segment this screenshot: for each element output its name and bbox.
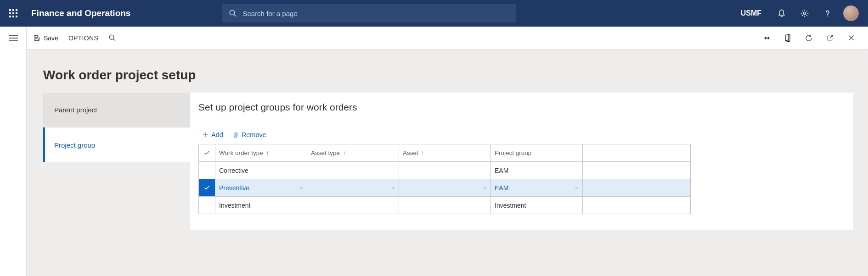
row-checkbox[interactable] (199, 162, 215, 179)
cell-project-group[interactable]: Investment (491, 197, 583, 214)
app-launcher-button[interactable] (0, 0, 27, 27)
svg-rect-5 (16, 12, 17, 14)
add-label: Add (211, 131, 223, 138)
connector-button[interactable] (756, 32, 777, 44)
close-button[interactable] (840, 32, 862, 44)
settings-button[interactable] (794, 0, 816, 27)
col-label: Asset type (311, 149, 340, 156)
svg-rect-2 (16, 9, 17, 11)
svg-rect-1 (12, 9, 14, 11)
col-spacer (583, 144, 690, 162)
select-all-checkbox[interactable] (199, 144, 215, 162)
gear-icon (800, 9, 809, 18)
save-button[interactable]: Save (33, 34, 58, 42)
cell-work-order-type[interactable]: Investment (215, 197, 307, 214)
col-label: Work order type (219, 149, 263, 156)
nav-toggle-button[interactable] (0, 27, 27, 50)
options-button[interactable]: OPTIONS (68, 34, 98, 42)
hamburger-icon (9, 35, 18, 41)
table-row[interactable]: Corrective EAM (199, 162, 690, 179)
search-icon (108, 34, 116, 42)
search-icon (229, 9, 237, 17)
cell-spacer (583, 197, 690, 214)
cell-text: EAM (495, 184, 508, 192)
tab-label: Project group (54, 141, 95, 149)
cell-work-order-type[interactable]: Preventive (215, 179, 307, 197)
actionbar-right (756, 32, 862, 44)
panel-row: Parent project Project group Set up proj… (43, 93, 853, 230)
grid-header: Work order type ↑ Asset type ↑ Asset ↑ (199, 144, 690, 162)
grid-actions: Add Remove (198, 131, 845, 138)
svg-line-17 (113, 39, 115, 41)
col-work-order-type[interactable]: Work order type ↑ (215, 144, 307, 162)
sort-asc-icon: ↑ (343, 149, 346, 156)
cell-text: EAM (495, 167, 508, 174)
save-icon (33, 34, 40, 42)
office-button[interactable] (777, 32, 798, 44)
table-row[interactable]: Preventive EAM (199, 179, 690, 197)
add-button[interactable]: Add (202, 131, 223, 138)
row-checkbox[interactable] (199, 179, 215, 197)
actionbar-search-button[interactable] (108, 34, 116, 42)
user-avatar[interactable] (843, 6, 859, 21)
diamond-icon (762, 35, 771, 41)
question-icon (823, 9, 832, 18)
remove-button[interactable]: Remove (232, 131, 266, 138)
notifications-button[interactable] (771, 0, 793, 27)
cell-asset-type[interactable] (307, 162, 399, 179)
check-icon (203, 149, 210, 156)
topbar-right: USMF (733, 0, 863, 27)
col-asset[interactable]: Asset ↑ (399, 144, 491, 162)
cell-asset[interactable] (399, 179, 491, 197)
project-group-grid: Work order type ↑ Asset type ↑ Asset ↑ (198, 144, 691, 214)
topbar: Finance and Operations USMF (0, 0, 868, 27)
cell-asset[interactable] (399, 162, 491, 179)
refresh-button[interactable] (798, 32, 819, 44)
row-checkbox[interactable] (199, 197, 215, 214)
chevron-down-icon (390, 185, 396, 191)
cell-project-group[interactable]: EAM (491, 162, 583, 179)
tab-label: Parent project (54, 106, 97, 114)
chevron-down-icon (482, 185, 488, 191)
cell-spacer (583, 179, 690, 197)
content-row: Work order project setup Parent project … (0, 50, 868, 276)
chevron-down-icon (299, 185, 304, 191)
waffle-icon (9, 9, 17, 17)
col-project-group[interactable]: Project group (491, 144, 583, 162)
detail-panel: Set up project groups for work orders Ad… (190, 93, 853, 230)
refresh-icon (805, 34, 813, 42)
tab-parent-project[interactable]: Parent project (43, 93, 190, 127)
cell-work-order-type[interactable]: Corrective (215, 162, 307, 179)
search-input[interactable] (242, 10, 510, 17)
sort-asc-icon: ↑ (421, 149, 424, 156)
svg-rect-3 (9, 12, 11, 14)
cell-asset[interactable] (399, 197, 491, 214)
tab-project-group[interactable]: Project group (43, 127, 190, 162)
col-asset-type[interactable]: Asset type ↑ (307, 144, 399, 162)
company-selector[interactable]: USMF (733, 9, 770, 17)
actionbar-row: Save OPTIONS (0, 27, 868, 50)
popout-icon (826, 34, 834, 42)
options-label: OPTIONS (68, 34, 98, 42)
help-button[interactable] (817, 0, 839, 27)
svg-point-16 (109, 35, 114, 39)
popout-button[interactable] (819, 32, 840, 44)
svg-rect-4 (12, 12, 14, 14)
chevron-down-icon (574, 185, 580, 191)
svg-line-10 (234, 14, 237, 17)
table-row[interactable]: Investment Investment (199, 197, 690, 214)
cell-project-group[interactable]: EAM (491, 179, 583, 197)
cell-spacer (583, 162, 690, 179)
svg-point-12 (827, 16, 828, 17)
vertical-tabs: Parent project Project group (43, 93, 190, 162)
svg-rect-6 (9, 16, 11, 17)
svg-point-11 (803, 12, 806, 14)
app-title: Finance and Operations (31, 8, 130, 18)
svg-point-9 (230, 10, 235, 15)
col-label: Project group (495, 149, 531, 156)
main-content: Work order project setup Parent project … (27, 50, 868, 276)
global-search[interactable] (222, 4, 516, 22)
cell-text: Corrective (219, 167, 248, 174)
cell-asset-type[interactable] (307, 179, 399, 197)
cell-asset-type[interactable] (307, 197, 399, 214)
